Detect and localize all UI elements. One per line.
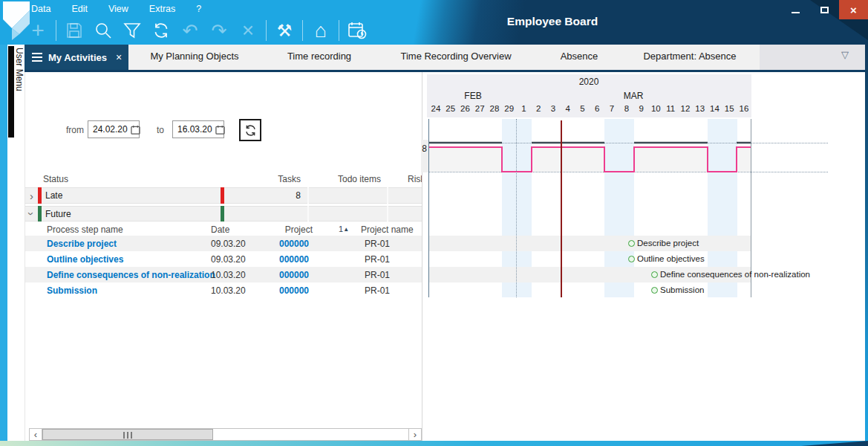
milestone-label: Submission: [660, 285, 704, 294]
month-boundary-line: [516, 119, 517, 297]
menu-extras[interactable]: Extras: [149, 4, 175, 14]
scroll-right-button[interactable]: ›: [408, 429, 421, 440]
day-tick: 24: [428, 104, 443, 117]
toolbar-separator: [339, 20, 339, 41]
user-menu-indicator[interactable]: [8, 46, 14, 138]
refresh-icon[interactable]: [150, 19, 172, 42]
panel-divider[interactable]: [422, 72, 422, 441]
tab-my-activities[interactable]: My Activities ×: [25, 45, 128, 70]
scrollbar-thumb[interactable]: [42, 429, 213, 440]
project-link[interactable]: 000000: [244, 270, 309, 280]
project-link[interactable]: 000000: [244, 285, 309, 296]
toolbar: + ↶ ↷ × ⚒ ⌂: [27, 18, 368, 43]
redo-icon[interactable]: ↷: [208, 19, 230, 42]
gantt-row-stripe: [428, 236, 751, 251]
search-icon[interactable]: [92, 19, 114, 42]
column-header-todo-items[interactable]: Todo items: [328, 174, 381, 184]
group-label: Late: [45, 190, 62, 201]
day-tick: 28: [487, 104, 502, 117]
expand-chevron-icon[interactable]: ›: [30, 190, 33, 202]
column-header-date[interactable]: Date: [211, 224, 229, 235]
group-row-late[interactable]: › Late 8: [25, 187, 422, 204]
process-step-link[interactable]: Describe project: [47, 239, 117, 249]
to-date-value[interactable]: 16.03.20: [177, 124, 212, 135]
table-row[interactable]: Define consequences of non-realization 1…: [25, 267, 422, 282]
to-date-input[interactable]: 16.03.20: [172, 120, 224, 138]
day-tick: 2: [531, 104, 546, 117]
activities-panel: from 24.02.20 to 16.03.20 Status Tasks T…: [25, 72, 422, 441]
toolbar-separator: [302, 20, 303, 41]
table-row[interactable]: Submission 10.03.20 000000 PR-01: [25, 282, 422, 298]
delete-icon[interactable]: ×: [237, 19, 259, 42]
workload-chart: [428, 138, 751, 175]
close-window-button[interactable]: ×: [839, 0, 868, 19]
milestone-label: Define consequences of non-realization: [660, 270, 810, 279]
tab-my-planning-objects[interactable]: My Planning Objects: [150, 51, 238, 62]
menu-help[interactable]: ?: [196, 4, 201, 14]
tab-time-recording[interactable]: Time recording: [287, 51, 351, 62]
day-tick: 27: [472, 104, 487, 117]
maximize-button[interactable]: [810, 0, 839, 19]
tools-icon[interactable]: ⚒: [273, 19, 296, 42]
active-tab-label: My Activities: [48, 52, 107, 63]
horizontal-scrollbar[interactable]: ‹ ›: [29, 428, 422, 441]
group-tasks-count: 8: [248, 190, 301, 201]
day-tick: 14: [708, 104, 722, 117]
day-tick: 8: [619, 104, 634, 117]
hamburger-icon[interactable]: [32, 51, 42, 64]
refresh-activities-button[interactable]: [239, 119, 261, 141]
milestone-icon[interactable]: [628, 240, 635, 247]
save-icon[interactable]: [63, 19, 85, 42]
tab-time-recording-overview[interactable]: Time Recording Overview: [400, 51, 511, 62]
table-row[interactable]: Outline objectives 09.03.20 000000 PR-01: [25, 251, 422, 267]
filter-icon[interactable]: [121, 19, 143, 42]
project-link[interactable]: 000000: [244, 239, 309, 249]
future-status-bar: [221, 206, 224, 222]
project-link[interactable]: 000000: [244, 254, 309, 265]
day-tick: 13: [693, 104, 708, 117]
menu-data[interactable]: Data: [31, 4, 50, 14]
from-date-value[interactable]: 24.02.20: [93, 124, 128, 135]
sort-indicator[interactable]: 1▲: [339, 224, 349, 233]
process-step-link[interactable]: Submission: [47, 285, 97, 296]
day-tick: 25: [443, 104, 458, 117]
cell-separator: [387, 206, 388, 222]
toolbar-separator: [56, 20, 56, 41]
undo-icon[interactable]: ↶: [179, 19, 201, 42]
tab-absence[interactable]: Absence: [561, 51, 598, 62]
column-header-risks[interactable]: Risks: [408, 174, 422, 184]
menu-edit[interactable]: Edit: [71, 4, 88, 14]
process-step-link[interactable]: Define consequences of non-realization: [47, 270, 215, 280]
user-menu-strip[interactable]: User Menu: [7, 45, 25, 441]
column-header-status[interactable]: Status: [43, 174, 68, 184]
tab-close-icon[interactable]: ×: [116, 51, 122, 63]
tab-department-absence[interactable]: Department: Absence: [643, 51, 736, 62]
column-header-project[interactable]: Project: [248, 224, 313, 235]
milestone-label: Describe project: [637, 239, 699, 248]
milestone-icon[interactable]: [628, 256, 635, 262]
milestone-icon[interactable]: [651, 287, 658, 294]
menu-view[interactable]: View: [108, 4, 128, 14]
home-icon[interactable]: ⌂: [310, 19, 332, 42]
group-row-future[interactable]: › Future: [25, 206, 422, 222]
column-header-process-step-name[interactable]: Process step name: [47, 224, 123, 235]
milestone-icon[interactable]: [651, 271, 658, 278]
row-project-name: PR-01: [365, 270, 390, 280]
minimize-button[interactable]: [781, 0, 810, 19]
calendar-icon[interactable]: [131, 125, 140, 135]
column-header-tasks[interactable]: Tasks: [248, 174, 301, 184]
menu-bar: Data Edit View Extras ?: [31, 4, 201, 14]
collapse-chevron-icon[interactable]: ›: [25, 212, 38, 216]
tab-list-dropdown-icon[interactable]: ▽: [841, 49, 849, 60]
day-tick: 9: [634, 104, 649, 117]
add-icon[interactable]: +: [27, 19, 49, 42]
table-row[interactable]: Describe project 09.03.20 000000 PR-01: [25, 236, 422, 251]
from-date-input[interactable]: 24.02.20: [88, 120, 140, 138]
calendar-icon[interactable]: [215, 125, 225, 135]
window-border-left: [0, 45, 7, 441]
column-header-project-name[interactable]: Project name: [361, 224, 414, 235]
planning-board-icon[interactable]: [346, 19, 368, 42]
close-icon: ×: [850, 4, 857, 16]
scroll-left-button[interactable]: ‹: [30, 429, 42, 440]
process-step-link[interactable]: Outline objectives: [47, 254, 123, 265]
